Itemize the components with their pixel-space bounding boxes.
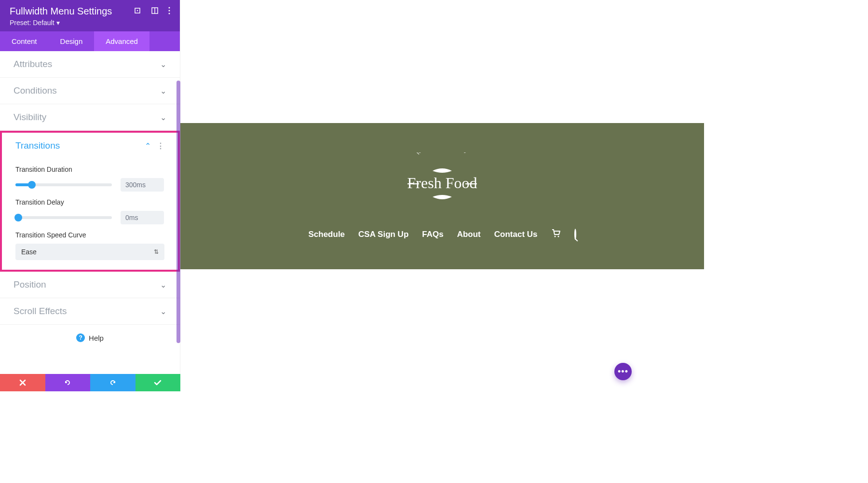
tab-content[interactable]: Content — [0, 31, 49, 51]
expand-icon[interactable] — [134, 7, 141, 16]
svg-point-12 — [554, 236, 556, 237]
section-position[interactable]: Position ⌄ — [0, 272, 180, 298]
delay-input[interactable] — [121, 211, 164, 224]
section-attributes[interactable]: Attributes ⌄ — [0, 51, 180, 78]
svg-text:Fresh Food: Fresh Food — [407, 174, 477, 192]
chevron-up-icon: ⌃ — [145, 141, 151, 151]
transitions-body: Transition Duration Transition Delay — [2, 166, 178, 270]
section-transitions[interactable]: Transitions ⌃ ⋮ — [2, 133, 178, 159]
help-label: Help — [89, 334, 104, 342]
delay-label: Transition Delay — [15, 198, 164, 206]
section-title: Transitions — [15, 140, 60, 151]
section-title: Position — [14, 279, 46, 290]
duration-input[interactable] — [121, 178, 164, 192]
tab-advanced[interactable]: Advanced — [94, 31, 149, 51]
nav-menu: Schedule CSA Sign Up FAQs About Contact … — [308, 229, 576, 240]
delay-slider[interactable] — [15, 216, 112, 219]
sections-scroll: Attributes ⌄ Conditions ⌄ Visibility ⌄ T… — [0, 51, 180, 391]
help-link[interactable]: ? Help — [0, 325, 180, 351]
close-button[interactable] — [0, 374, 45, 391]
duration-slider[interactable] — [15, 183, 112, 186]
section-visibility[interactable]: Visibility ⌄ — [0, 104, 180, 131]
undo-button[interactable] — [45, 374, 91, 391]
nav-schedule[interactable]: Schedule — [308, 230, 345, 239]
panel-header: Fullwidth Menu Settings Preset: Default … — [0, 0, 180, 31]
sidebar-scrollbar[interactable] — [176, 81, 180, 343]
nav-contact[interactable]: Contact Us — [494, 230, 538, 239]
chevron-down-icon: ⌄ — [160, 280, 166, 290]
nav-about[interactable]: About — [457, 230, 481, 239]
redo-button[interactable] — [90, 374, 136, 391]
nav-faqs[interactable]: FAQs — [422, 230, 443, 239]
duration-label: Transition Duration — [15, 166, 164, 173]
nav-csa-signup[interactable]: CSA Sign Up — [358, 230, 408, 239]
settings-sidebar: Fullwidth Menu Settings Preset: Default … — [0, 0, 180, 391]
help-icon: ? — [76, 333, 85, 342]
preset-selector[interactable]: Preset: Default ▾ — [10, 19, 170, 27]
chevron-down-icon: ⌄ — [160, 60, 166, 69]
site-logo: NATURAL FOOD Fresh Food HEALTHY FOOD — [399, 152, 486, 217]
app-root: Fullwidth Menu Settings Preset: Default … — [0, 0, 704, 391]
section-title: Attributes — [14, 59, 52, 69]
section-conditions[interactable]: Conditions ⌄ — [0, 78, 180, 104]
more-icon[interactable] — [168, 7, 170, 16]
panel-title: Fullwidth Menu Settings — [10, 6, 112, 17]
logo-svg: NATURAL FOOD Fresh Food HEALTHY FOOD — [399, 152, 486, 215]
section-title: Scroll Effects — [14, 306, 67, 317]
svg-text:NATURAL FOOD: NATURAL FOOD — [415, 152, 469, 155]
preset-label: Preset: Default — [10, 19, 54, 27]
chevron-down-icon: ⌄ — [160, 307, 166, 316]
section-scroll-effects[interactable]: Scroll Effects ⌄ — [0, 298, 180, 325]
svg-point-6 — [169, 13, 170, 14]
fab-more-button[interactable]: ••• — [614, 363, 632, 380]
hero-menu-block: NATURAL FOOD Fresh Food HEALTHY FOOD Sch… — [180, 123, 704, 269]
tabs-bar: Content Design Advanced — [0, 31, 180, 51]
search-icon[interactable] — [574, 230, 576, 239]
cart-icon[interactable] — [551, 229, 561, 240]
caret-down-icon: ▾ — [56, 19, 60, 27]
svg-point-5 — [169, 10, 170, 11]
svg-point-13 — [557, 236, 559, 237]
section-more-icon[interactable]: ⋮ — [157, 141, 164, 151]
save-button[interactable] — [136, 374, 181, 391]
section-title: Visibility — [14, 112, 46, 123]
tab-design[interactable]: Design — [49, 31, 95, 51]
transitions-highlight: Transitions ⌃ ⋮ Transition Duration — [0, 131, 180, 272]
chevron-down-icon: ⌄ — [160, 86, 166, 96]
action-bar — [0, 374, 180, 391]
curve-label: Transition Speed Curve — [15, 231, 164, 239]
svg-point-4 — [169, 7, 170, 8]
curve-select[interactable] — [15, 244, 164, 260]
columns-icon[interactable] — [151, 7, 159, 16]
svg-point-1 — [137, 10, 138, 11]
chevron-down-icon: ⌄ — [160, 113, 166, 122]
section-title: Conditions — [14, 85, 57, 96]
preview-canvas: NATURAL FOOD Fresh Food HEALTHY FOOD Sch… — [180, 0, 704, 391]
